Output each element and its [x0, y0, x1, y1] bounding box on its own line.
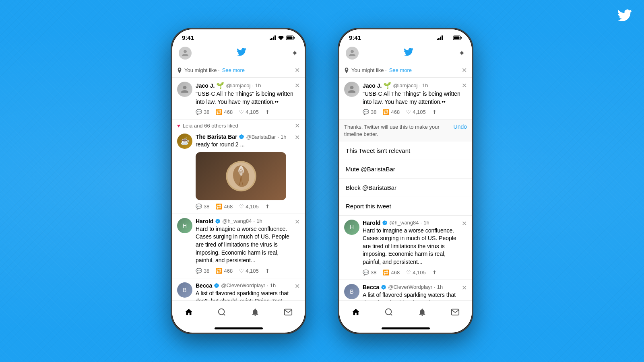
tweet-time-harold-left: 1h [256, 218, 262, 224]
dropdown-item-block[interactable]: Block @BaristaBar [339, 179, 472, 197]
tweet-text-jaco-right: "USB-C All The Things" is being written … [363, 90, 462, 106]
like-icon: ♡ [239, 109, 244, 115]
verified-becca-left [214, 283, 219, 288]
tweet-actions-harold-right: 💬38 🔁468 ♡4,105 ⬆ [363, 269, 462, 276]
twitter-nav-icon-left [237, 47, 246, 59]
dropdown-item-mute[interactable]: Mute @BaristaBar [339, 160, 472, 179]
dropdown-notification-text: Thanks. Twitter will use this to make yo… [344, 123, 449, 138]
status-time-right: 9:41 [349, 34, 361, 41]
battery-icon [286, 35, 295, 40]
close-rec-right[interactable]: ✕ [462, 66, 467, 74]
see-more-right[interactable]: See more [389, 67, 412, 73]
status-icons-left [270, 35, 295, 40]
verified-badge-barista-left [239, 134, 244, 140]
tweet-actions-barista-left: 💬38 🔁468 ♡4,105 ⬆ [196, 204, 286, 210]
nav-search-left[interactable] [214, 305, 230, 319]
rec-label-left: You might like · [184, 67, 220, 73]
home-indicator-left [215, 327, 263, 329]
tweet-handle-becca-right: @CleverWordplayr [388, 284, 432, 290]
dropdown-notification: Thanks. Twitter will use this to make yo… [339, 119, 472, 141]
verified-harold-right [382, 220, 388, 226]
close-harold-right[interactable]: ✕ [462, 220, 467, 227]
tweet-handle-barista-left: @BaristaBar [246, 134, 276, 140]
tweet-name-harold-right: Harold [363, 220, 380, 226]
tweet-becca-left: B Becca @CleverWordplayr · 1h A list of … [172, 278, 305, 300]
signal-icon [270, 35, 276, 40]
sparkle-icon-right[interactable]: ✦ [458, 48, 465, 58]
close-becca-left[interactable]: ✕ [295, 282, 300, 290]
tweet-text-harold-left: Hard to imagine a worse confluence. Case… [196, 225, 295, 265]
phone-left: 9:41 ✦ [171, 28, 306, 334]
tweet-text-jaco-left: "USB-C All The Things" is being written … [196, 90, 295, 106]
tweet-name-harold-left: Harold [196, 218, 213, 224]
close-harold-left[interactable]: ✕ [295, 218, 300, 226]
nav-home-right[interactable] [348, 305, 364, 319]
tweet-text-harold-right: Hard to imagine a worse confluence. Case… [363, 227, 462, 266]
top-nav-right: ✦ [339, 43, 472, 63]
nav-search-right[interactable] [381, 305, 397, 319]
liked-banner-left: ♥ Leia and 66 others liked ✕ [172, 119, 305, 130]
like-action-jaco-left[interactable]: ♡ 4,105 [239, 109, 259, 115]
retweet-barista-left[interactable]: 🔁468 [216, 204, 233, 210]
tweet-actions-harold-left: 💬38 🔁468 ♡4,105 ⬆ [196, 268, 295, 274]
nav-avatar-right[interactable] [346, 47, 359, 60]
retweet-count: 468 [224, 109, 233, 115]
rec-banner-right: You might like · See more ✕ [339, 63, 472, 78]
see-more-left[interactable]: See more [222, 67, 245, 73]
close-barista-left[interactable]: ✕ [295, 134, 300, 141]
avatar-becca-left: B [177, 282, 192, 298]
nav-mail-right[interactable] [447, 305, 463, 319]
avatar-jaco-left [177, 82, 192, 97]
tweet-name-jaco-left: Jaco J. [196, 82, 215, 89]
retweet-action-jaco-left[interactable]: 🔁 468 [216, 109, 233, 115]
tweet-barista-left: ☕ The Barista Bar @BaristaBar · 1h ready… [172, 130, 305, 214]
nav-avatar-left[interactable] [179, 47, 192, 60]
tweet-time-jaco-right: 1h [422, 82, 428, 88]
tweet-harold-right: H Harold @h_wang84 · 1h Hard to imagine … [339, 216, 472, 280]
svg-rect-2 [287, 36, 293, 39]
signal-icon-right [437, 35, 443, 40]
close-rec-left[interactable]: ✕ [295, 66, 300, 74]
battery-icon-right [453, 35, 462, 40]
undo-button[interactable]: Undo [454, 123, 467, 130]
tweet-name-becca-right: Becca [363, 284, 379, 290]
bottom-nav-left [172, 300, 305, 327]
verified-becca-right [381, 284, 386, 290]
tweet-handle-jaco-left: @iamjacoj [226, 82, 250, 88]
location-icon-right [344, 68, 349, 73]
nav-home-left[interactable] [181, 305, 197, 319]
tweet-name-becca-left: Becca [196, 282, 212, 289]
nav-bell-right[interactable] [414, 305, 430, 319]
share-action-jaco-left[interactable]: ⬆ [265, 109, 270, 115]
close-jaco-right[interactable]: ✕ [462, 82, 467, 89]
dropdown-item-not-relevant[interactable]: This Tweet isn't relevant [339, 142, 472, 160]
rec-banner-left: You might like · See more ✕ [172, 63, 305, 78]
tweet-time-barista-left: 1h [281, 134, 286, 140]
home-indicator-right [382, 327, 430, 329]
share-barista-left[interactable]: ⬆ [265, 204, 270, 210]
tweet-text-becca-left: A list of flavored sparkling waters that… [196, 290, 295, 300]
reply-barista-left[interactable]: 💬38 [196, 204, 209, 210]
location-icon-left [177, 68, 182, 73]
nav-mail-left[interactable] [280, 305, 296, 319]
feed-left: You might like · See more ✕ Jaco J. [172, 63, 305, 300]
close-tweet-jaco-left[interactable]: ✕ [295, 82, 300, 89]
close-becca-right[interactable]: ✕ [462, 284, 467, 292]
status-bar-right: 9:41 [339, 29, 472, 43]
close-liked-left[interactable]: ✕ [295, 122, 300, 130]
bottom-nav-right [339, 300, 472, 327]
svg-rect-8 [461, 37, 462, 39]
barista-image-left [196, 152, 286, 200]
feed-right: You might like · See more ✕ Jaco J. [339, 63, 472, 300]
reply-action-jaco-left[interactable]: 💬 38 [196, 109, 209, 115]
status-icons-right [437, 35, 462, 40]
like-barista-left[interactable]: ♡4,105 [239, 204, 259, 210]
top-nav-left: ✦ [172, 43, 305, 63]
twitter-corner-logo [617, 8, 632, 26]
tweet-jaco-left: Jaco J. 🌱 @iamjacoj · 1h "USB-C All The … [172, 78, 305, 119]
tweet-handle-harold-right: @h_wang84 [389, 220, 419, 226]
status-bar-left: 9:41 [172, 29, 305, 43]
sparkle-icon-left[interactable]: ✦ [291, 48, 298, 58]
nav-bell-left[interactable] [247, 305, 263, 319]
dropdown-item-report[interactable]: Report this tweet [339, 197, 472, 215]
